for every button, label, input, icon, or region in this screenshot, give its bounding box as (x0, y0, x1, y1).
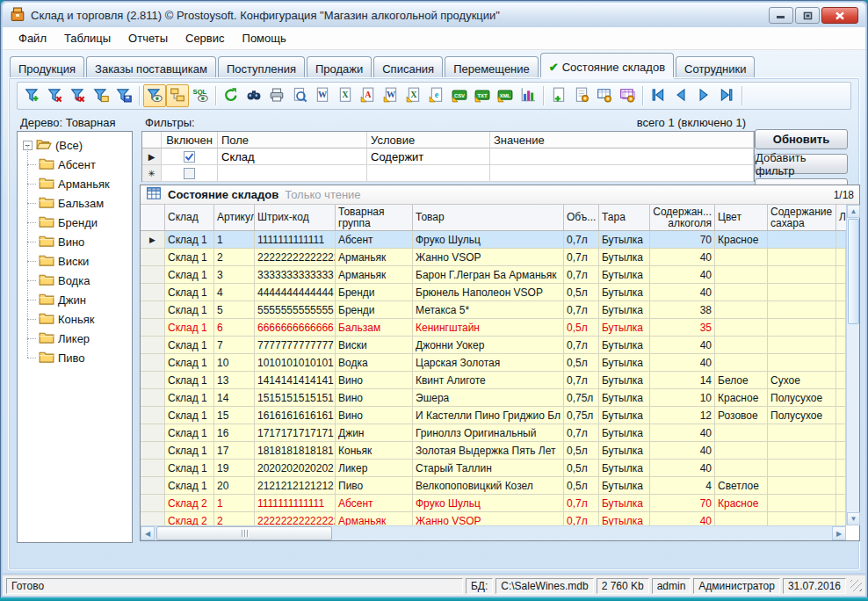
tab-состояние-складов[interactable]: ✔Состояние складов (540, 53, 674, 77)
tab-продукция[interactable]: Продукция (10, 56, 84, 77)
record-settings-button[interactable] (570, 84, 593, 107)
nav-last-button[interactable] (715, 84, 738, 107)
filter-add-button[interactable] (21, 84, 44, 107)
column-header-2[interactable]: Артикул (214, 205, 255, 230)
filter-condition-cell[interactable]: Содержит (367, 148, 490, 165)
table-settings-button[interactable] (593, 84, 616, 107)
table-row-14[interactable]: Склад 1192020202020202ЛикерСтарый Таллин… (141, 460, 846, 477)
open-in-word-button[interactable]: W (311, 84, 334, 107)
close-button[interactable] (821, 7, 858, 24)
horizontal-scroll-thumb[interactable] (156, 526, 332, 540)
filter-enabled-checkbox[interactable] (184, 168, 195, 179)
column-header-4[interactable]: Товарная группа (336, 205, 413, 230)
maximize-button[interactable] (795, 7, 820, 24)
tree-item-8[interactable]: Джин (18, 290, 132, 309)
export-word-button[interactable]: W (380, 84, 402, 107)
vertical-scrollbar[interactable]: ▲ ▼ (846, 205, 859, 525)
filter-row-1[interactable]: ▶ Склад Содержит (142, 148, 754, 165)
scroll-left-icon[interactable]: ◀ (141, 526, 155, 540)
export-xml-button[interactable]: XML (494, 84, 517, 107)
horizontal-scrollbar[interactable]: ◀ ▶ (141, 525, 846, 540)
tab-заказы-поставщикам[interactable]: Заказы поставщикам (86, 56, 216, 77)
filter-delete-button[interactable] (44, 84, 67, 107)
tree-visibility-button[interactable] (166, 84, 189, 107)
chart-button[interactable] (517, 84, 539, 107)
nav-first-button[interactable] (647, 84, 669, 107)
column-header-11[interactable]: Ли (836, 205, 846, 230)
tree-item-11[interactable]: Пиво (18, 348, 132, 367)
filter-value-cell[interactable] (490, 165, 754, 182)
tab-продажи[interactable]: Продажи (307, 56, 372, 77)
open-in-excel-button[interactable]: X (334, 84, 357, 107)
menu-item-2[interactable]: Таблицы (55, 28, 119, 48)
table-row-17[interactable]: Склад 2222222222222222АрманьякЖанно VSOP… (141, 512, 846, 525)
table-row-3[interactable]: Склад 133333333333333АрманьякБарон Г.Лег… (141, 266, 846, 284)
refresh-button[interactable] (220, 84, 242, 107)
table-row-7[interactable]: Склад 177777777777777ВискиДжонни Уокер0,… (141, 337, 846, 354)
tab-сотрудники[interactable]: Сотрудники (676, 56, 755, 77)
table-row-11[interactable]: Склад 1151616161616161ВиноИ Кастелли Пин… (141, 407, 846, 424)
tree-item-9[interactable]: Коньяк (18, 309, 132, 329)
tree-item-7[interactable]: Водка (18, 271, 132, 290)
minimize-button[interactable] (769, 7, 793, 24)
export-html-button[interactable]: e (425, 84, 448, 107)
scroll-right-icon[interactable]: ▶ (832, 526, 846, 540)
scroll-up-icon[interactable]: ▲ (847, 205, 860, 218)
table-row-1[interactable]: ▶Склад 111111111111111АбсентФруко Шульц0… (141, 231, 846, 249)
tree-item-1[interactable]: Абсент (18, 155, 132, 174)
tree-item-5[interactable]: Вино (18, 232, 132, 251)
column-header-9[interactable]: Цвет (715, 205, 768, 230)
tree-item-4[interactable]: Бренди (18, 213, 132, 232)
menu-item-3[interactable]: Отчеты (119, 28, 177, 48)
tab-поступления[interactable]: Поступления (218, 56, 305, 77)
print-button[interactable] (265, 84, 288, 107)
column-header-1[interactable]: Склад (165, 205, 214, 230)
filter-open-button[interactable] (90, 84, 112, 107)
table-row-2[interactable]: Склад 1222222222222222АрманьякЖанно VSOP… (141, 249, 846, 266)
export-txt-button[interactable]: TXT (471, 84, 494, 107)
add-record-button[interactable] (547, 84, 570, 107)
column-header-3[interactable]: Штрих-код (255, 205, 336, 230)
scroll-down-icon[interactable]: ▼ (847, 512, 860, 525)
resize-grip[interactable] (850, 580, 862, 591)
tree-item-10[interactable]: Ликер (18, 329, 132, 348)
sql-view-button[interactable]: SQL (189, 84, 212, 107)
tree-item-3[interactable]: Бальзам (18, 193, 132, 213)
filter-field-cell[interactable]: Склад (218, 148, 367, 165)
filter-enabled-checkbox[interactable] (184, 151, 195, 163)
filter-save-button[interactable] (112, 84, 135, 107)
nav-next-button[interactable] (692, 84, 715, 107)
table-row-12[interactable]: Склад 1161717171717171ДжинГриноллз Ориги… (141, 424, 846, 442)
tab-перемещение[interactable]: Перемещение (445, 56, 539, 77)
export-csv-button[interactable]: CSV (448, 84, 471, 107)
table-row-4[interactable]: Склад 144444444444444БрендиБрюнель Напол… (141, 284, 846, 301)
add-filter-button[interactable]: Добавить фильтр (755, 154, 848, 174)
print-preview-button[interactable] (288, 84, 311, 107)
table-row-6[interactable]: Склад 166666666666666БальзамКенингштайн0… (141, 319, 846, 337)
column-header-7[interactable]: Тара (599, 205, 650, 230)
table-row-5[interactable]: Склад 155555555555555БрендиМетакса 5*0,7… (141, 301, 846, 319)
filter-visibility-button[interactable] (143, 84, 166, 107)
menu-item-1[interactable]: Файл (10, 28, 55, 48)
table-row-15[interactable]: Склад 1202121212121212ПивоВелкопоповицки… (141, 477, 846, 495)
tree-item-2[interactable]: Арманьяк (18, 174, 132, 193)
table-row-8[interactable]: Склад 1101010101010101ВодкаЦарская Золот… (141, 354, 846, 372)
filter-delete-all-button[interactable] (67, 84, 90, 107)
filter-field-cell[interactable] (218, 165, 367, 182)
tree-item-6[interactable]: Виски (18, 251, 132, 271)
table-row-10[interactable]: Склад 1141515151515151ВиноЭшера0,75лБуты… (141, 389, 846, 407)
tab-списания[interactable]: Списания (373, 56, 443, 77)
column-header-10[interactable]: Содержание сахара (768, 205, 836, 230)
column-header-5[interactable]: Товар (413, 205, 564, 230)
search-button[interactable] (242, 84, 265, 107)
tree-item-root[interactable]: −(Все) (18, 135, 132, 155)
filter-condition-cell[interactable] (367, 165, 490, 182)
export-acrobat-button[interactable]: A (357, 84, 380, 107)
filter-value-cell[interactable] (490, 148, 754, 165)
menu-item-5[interactable]: Помощь (234, 28, 295, 48)
table-row-9[interactable]: Склад 1131414141414141ВиноКвинт Алиготе0… (141, 372, 846, 389)
nav-prev-button[interactable] (669, 84, 692, 107)
column-header-8[interactable]: Содержан... алкоголя (650, 205, 715, 230)
table-row-13[interactable]: Склад 1171818181818181КоньякЗолотая Выде… (141, 442, 846, 460)
vertical-scroll-thumb[interactable] (848, 219, 859, 324)
